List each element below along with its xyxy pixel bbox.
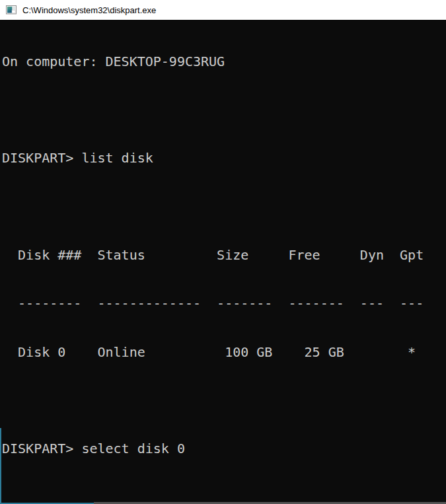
console-app-icon [6, 5, 17, 15]
terminal-line [2, 199, 446, 215]
window-border-left [0, 428, 1, 504]
diskpart-console-window: C:\Windows\system32\diskpart.exe On comp… [0, 0, 446, 504]
terminal-line-command: DISKPART> list disk [2, 150, 446, 166]
terminal-line [2, 102, 446, 118]
disk-table-divider: -------- ------------- ------- ------- -… [2, 295, 446, 311]
terminal-line [2, 392, 446, 408]
titlebar[interactable]: C:\Windows\system32\diskpart.exe [0, 0, 446, 20]
window-title: C:\Windows\system32\diskpart.exe [22, 5, 156, 15]
terminal-output[interactable]: On computer: DESKTOP-99C3RUG DISKPART> l… [0, 20, 446, 504]
terminal-line: On computer: DESKTOP-99C3RUG [2, 54, 446, 69]
disk-table-header: Disk ### Status Size Free Dyn Gpt [2, 247, 446, 263]
disk-table-row: Disk 0 Online 100 GB 25 GB * [2, 344, 446, 360]
terminal-line-command: DISKPART> select disk 0 [2, 441, 446, 456]
